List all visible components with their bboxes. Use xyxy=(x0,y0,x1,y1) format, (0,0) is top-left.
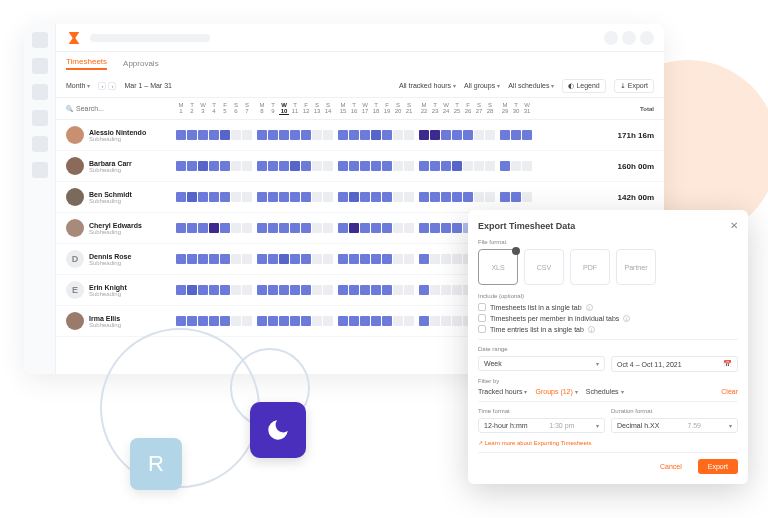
day-cell[interactable] xyxy=(382,316,392,326)
day-cell[interactable] xyxy=(382,223,392,233)
day-cell[interactable] xyxy=(209,285,219,295)
day-cell[interactable] xyxy=(404,130,414,140)
day-cell[interactable] xyxy=(279,223,289,233)
format-pdf[interactable]: PDF xyxy=(570,249,610,285)
day-cell[interactable] xyxy=(360,254,370,264)
day-cell[interactable] xyxy=(242,285,252,295)
day-cell[interactable] xyxy=(474,161,484,171)
day-cell[interactable] xyxy=(176,254,186,264)
day-cell[interactable] xyxy=(441,316,451,326)
day-cell[interactable] xyxy=(176,316,186,326)
day-cell[interactable] xyxy=(209,192,219,202)
day-cell[interactable] xyxy=(371,130,381,140)
day-cell[interactable] xyxy=(393,316,403,326)
day-cell[interactable] xyxy=(198,161,208,171)
confirm-export-button[interactable]: Export xyxy=(698,459,738,474)
day-cell[interactable] xyxy=(419,130,429,140)
day-cell[interactable] xyxy=(430,254,440,264)
day-cell[interactable] xyxy=(441,223,451,233)
day-cell[interactable] xyxy=(198,192,208,202)
day-cell[interactable] xyxy=(511,130,521,140)
info-icon[interactable]: i xyxy=(623,315,630,322)
day-cell[interactable] xyxy=(198,254,208,264)
day-cell[interactable] xyxy=(268,254,278,264)
day-cell[interactable] xyxy=(500,161,510,171)
day-cell[interactable] xyxy=(290,285,300,295)
day-cell[interactable] xyxy=(463,192,473,202)
day-cell[interactable] xyxy=(279,192,289,202)
learn-more-link[interactable]: ↗ Learn more about Exporting Timesheets xyxy=(478,439,738,446)
day-cell[interactable] xyxy=(452,316,462,326)
duration-format-select[interactable]: Decimal h.XX7.59▾ xyxy=(611,418,738,433)
day-cell[interactable] xyxy=(257,130,267,140)
day-cell[interactable] xyxy=(198,316,208,326)
day-cell[interactable] xyxy=(290,254,300,264)
day-cell[interactable] xyxy=(419,254,429,264)
day-cell[interactable] xyxy=(220,223,230,233)
day-cell[interactable] xyxy=(338,285,348,295)
day-cell[interactable] xyxy=(419,285,429,295)
day-cell[interactable] xyxy=(257,161,267,171)
day-cell[interactable] xyxy=(242,223,252,233)
day-cell[interactable] xyxy=(290,316,300,326)
day-cell[interactable] xyxy=(393,285,403,295)
day-cell[interactable] xyxy=(231,161,241,171)
sidebar-item[interactable] xyxy=(32,110,48,126)
day-cell[interactable] xyxy=(301,223,311,233)
day-cell[interactable] xyxy=(393,130,403,140)
info-icon[interactable]: i xyxy=(588,326,595,333)
day-cell[interactable] xyxy=(268,130,278,140)
day-cell[interactable] xyxy=(176,285,186,295)
day-cell[interactable] xyxy=(312,223,322,233)
day-cell[interactable] xyxy=(242,254,252,264)
close-icon[interactable]: ✕ xyxy=(730,220,738,231)
day-cell[interactable] xyxy=(452,285,462,295)
day-cell[interactable] xyxy=(338,130,348,140)
table-row[interactable]: Alessio NintendoSubheading171h 16m xyxy=(56,120,664,151)
day-cell[interactable] xyxy=(220,130,230,140)
export-button[interactable]: ⤓Export xyxy=(614,79,654,93)
day-cell[interactable] xyxy=(323,285,333,295)
day-cell[interactable] xyxy=(349,285,359,295)
day-cell[interactable] xyxy=(187,192,197,202)
format-partner[interactable]: Partner xyxy=(616,249,656,285)
day-cell[interactable] xyxy=(220,254,230,264)
day-cell[interactable] xyxy=(452,254,462,264)
day-cell[interactable] xyxy=(338,161,348,171)
day-cell[interactable] xyxy=(441,254,451,264)
day-cell[interactable] xyxy=(187,254,197,264)
checkbox-inc2[interactable] xyxy=(478,314,486,322)
day-cell[interactable] xyxy=(323,254,333,264)
day-cell[interactable] xyxy=(242,192,252,202)
search-input[interactable] xyxy=(76,105,156,112)
day-cell[interactable] xyxy=(209,223,219,233)
day-cell[interactable] xyxy=(242,316,252,326)
day-cell[interactable] xyxy=(463,130,473,140)
week-select[interactable]: Week▾ xyxy=(478,356,605,371)
day-cell[interactable] xyxy=(349,316,359,326)
day-cell[interactable] xyxy=(257,223,267,233)
filter-groups[interactable]: All groups▾ xyxy=(464,82,500,89)
day-cell[interactable] xyxy=(371,161,381,171)
day-cell[interactable] xyxy=(301,130,311,140)
day-cell[interactable] xyxy=(511,192,521,202)
day-cell[interactable] xyxy=(323,316,333,326)
filter-schedules[interactable]: All schedules▾ xyxy=(508,82,554,89)
day-cell[interactable] xyxy=(312,285,322,295)
filter-hours[interactable]: All tracked hours▾ xyxy=(399,82,456,89)
tab-approvals[interactable]: Approvals xyxy=(123,59,159,68)
day-cell[interactable] xyxy=(279,130,289,140)
day-cell[interactable] xyxy=(349,223,359,233)
day-cell[interactable] xyxy=(323,130,333,140)
day-cell[interactable] xyxy=(279,254,289,264)
day-cell[interactable] xyxy=(430,130,440,140)
sidebar-item[interactable] xyxy=(32,162,48,178)
day-cell[interactable] xyxy=(404,316,414,326)
day-cell[interactable] xyxy=(404,254,414,264)
day-cell[interactable] xyxy=(187,161,197,171)
day-cell[interactable] xyxy=(268,223,278,233)
day-cell[interactable] xyxy=(187,223,197,233)
day-cell[interactable] xyxy=(209,254,219,264)
day-cell[interactable] xyxy=(323,223,333,233)
day-cell[interactable] xyxy=(360,223,370,233)
